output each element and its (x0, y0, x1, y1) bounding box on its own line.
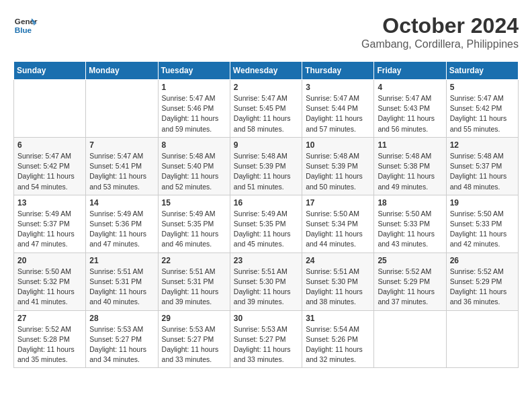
day-number: 6 (17, 140, 82, 150)
day-number: 10 (306, 140, 370, 150)
calendar-cell: 4Sunrise: 5:47 AM Sunset: 5:43 PM Daylig… (374, 80, 446, 138)
day-info: Sunrise: 5:53 AM Sunset: 5:27 PM Dayligh… (162, 324, 226, 365)
weekday-header: Tuesday (158, 62, 230, 80)
calendar-cell: 31Sunrise: 5:54 AM Sunset: 5:26 PM Dayli… (302, 310, 374, 368)
calendar-cell: 6Sunrise: 5:47 AM Sunset: 5:42 PM Daylig… (14, 137, 86, 195)
calendar-cell: 13Sunrise: 5:49 AM Sunset: 5:37 PM Dayli… (14, 195, 86, 253)
calendar-cell: 25Sunrise: 5:52 AM Sunset: 5:29 PM Dayli… (374, 253, 446, 310)
calendar-cell: 17Sunrise: 5:50 AM Sunset: 5:34 PM Dayli… (302, 195, 374, 253)
day-number: 25 (378, 256, 442, 265)
day-info: Sunrise: 5:48 AM Sunset: 5:39 PM Dayligh… (234, 151, 298, 192)
calendar-cell: 23Sunrise: 5:51 AM Sunset: 5:30 PM Dayli… (230, 253, 302, 310)
calendar-cell: 10Sunrise: 5:48 AM Sunset: 5:39 PM Dayli… (302, 137, 374, 195)
day-number: 20 (17, 256, 82, 265)
calendar-cell: 5Sunrise: 5:47 AM Sunset: 5:42 PM Daylig… (446, 80, 518, 138)
calendar-cell (86, 80, 158, 138)
day-info: Sunrise: 5:52 AM Sunset: 5:29 PM Dayligh… (450, 267, 515, 308)
weekday-header: Friday (374, 62, 446, 80)
day-number: 8 (162, 140, 226, 150)
calendar-week-row: 27Sunrise: 5:52 AM Sunset: 5:28 PM Dayli… (14, 310, 519, 368)
day-info: Sunrise: 5:51 AM Sunset: 5:30 PM Dayligh… (306, 267, 370, 308)
calendar-cell: 16Sunrise: 5:49 AM Sunset: 5:35 PM Dayli… (230, 195, 302, 253)
calendar-header-row: SundayMondayTuesdayWednesdayThursdayFrid… (14, 62, 519, 80)
location-title: Gambang, Cordillera, Philippines (361, 38, 519, 50)
day-number: 26 (450, 256, 515, 265)
day-info: Sunrise: 5:51 AM Sunset: 5:30 PM Dayligh… (234, 267, 298, 308)
day-info: Sunrise: 5:52 AM Sunset: 5:28 PM Dayligh… (17, 324, 82, 365)
calendar-cell: 1Sunrise: 5:47 AM Sunset: 5:46 PM Daylig… (158, 80, 230, 138)
day-number: 29 (162, 314, 226, 323)
day-info: Sunrise: 5:49 AM Sunset: 5:35 PM Dayligh… (234, 209, 298, 250)
weekday-header: Monday (86, 62, 158, 80)
calendar-cell (14, 80, 86, 138)
calendar-cell: 18Sunrise: 5:50 AM Sunset: 5:33 PM Dayli… (374, 195, 446, 253)
weekday-header: Thursday (302, 62, 374, 80)
logo: General Blue (13, 13, 38, 38)
day-info: Sunrise: 5:47 AM Sunset: 5:44 PM Dayligh… (306, 93, 370, 134)
calendar-cell: 12Sunrise: 5:48 AM Sunset: 5:37 PM Dayli… (446, 137, 518, 195)
day-number: 14 (89, 198, 154, 208)
calendar-cell: 9Sunrise: 5:48 AM Sunset: 5:39 PM Daylig… (230, 137, 302, 195)
day-info: Sunrise: 5:47 AM Sunset: 5:43 PM Dayligh… (378, 93, 442, 134)
weekday-header: Saturday (446, 62, 518, 80)
calendar-cell: 22Sunrise: 5:51 AM Sunset: 5:31 PM Dayli… (158, 253, 230, 310)
header: General Blue October 2024 Gambang, Cordi… (13, 13, 519, 50)
day-number: 24 (306, 256, 370, 265)
day-info: Sunrise: 5:54 AM Sunset: 5:26 PM Dayligh… (306, 324, 370, 365)
svg-text:Blue: Blue (15, 26, 32, 34)
weekday-header: Sunday (14, 62, 86, 80)
day-info: Sunrise: 5:47 AM Sunset: 5:45 PM Dayligh… (234, 93, 298, 134)
day-info: Sunrise: 5:48 AM Sunset: 5:37 PM Dayligh… (450, 151, 515, 192)
day-info: Sunrise: 5:47 AM Sunset: 5:46 PM Dayligh… (162, 93, 226, 134)
calendar-cell: 28Sunrise: 5:53 AM Sunset: 5:27 PM Dayli… (86, 310, 158, 368)
logo-icon: General Blue (13, 13, 38, 38)
day-number: 4 (378, 83, 442, 92)
day-number: 5 (450, 83, 515, 92)
day-number: 18 (378, 198, 442, 208)
day-number: 11 (378, 140, 442, 150)
weekday-header: Wednesday (230, 62, 302, 80)
day-info: Sunrise: 5:48 AM Sunset: 5:39 PM Dayligh… (306, 151, 370, 192)
day-info: Sunrise: 5:50 AM Sunset: 5:33 PM Dayligh… (378, 209, 442, 250)
day-number: 15 (162, 198, 226, 208)
day-info: Sunrise: 5:47 AM Sunset: 5:41 PM Dayligh… (89, 151, 154, 192)
day-info: Sunrise: 5:48 AM Sunset: 5:38 PM Dayligh… (378, 151, 442, 192)
calendar-cell: 29Sunrise: 5:53 AM Sunset: 5:27 PM Dayli… (158, 310, 230, 368)
day-number: 1 (162, 83, 226, 92)
calendar-cell: 7Sunrise: 5:47 AM Sunset: 5:41 PM Daylig… (86, 137, 158, 195)
calendar-cell: 21Sunrise: 5:51 AM Sunset: 5:31 PM Dayli… (86, 253, 158, 310)
day-info: Sunrise: 5:50 AM Sunset: 5:33 PM Dayligh… (450, 209, 515, 250)
day-number: 17 (306, 198, 370, 208)
day-info: Sunrise: 5:53 AM Sunset: 5:27 PM Dayligh… (89, 324, 154, 365)
day-number: 12 (450, 140, 515, 150)
day-info: Sunrise: 5:53 AM Sunset: 5:27 PM Dayligh… (234, 324, 298, 365)
calendar-cell (446, 310, 518, 368)
day-info: Sunrise: 5:47 AM Sunset: 5:42 PM Dayligh… (450, 93, 515, 134)
day-info: Sunrise: 5:49 AM Sunset: 5:37 PM Dayligh… (17, 209, 82, 250)
day-number: 9 (234, 140, 298, 150)
calendar-cell: 14Sunrise: 5:49 AM Sunset: 5:36 PM Dayli… (86, 195, 158, 253)
calendar-cell: 24Sunrise: 5:51 AM Sunset: 5:30 PM Dayli… (302, 253, 374, 310)
calendar-cell: 30Sunrise: 5:53 AM Sunset: 5:27 PM Dayli… (230, 310, 302, 368)
day-info: Sunrise: 5:49 AM Sunset: 5:36 PM Dayligh… (89, 209, 154, 250)
day-number: 23 (234, 256, 298, 265)
day-number: 30 (234, 314, 298, 323)
day-number: 28 (89, 314, 154, 323)
calendar-cell: 19Sunrise: 5:50 AM Sunset: 5:33 PM Dayli… (446, 195, 518, 253)
calendar-cell: 2Sunrise: 5:47 AM Sunset: 5:45 PM Daylig… (230, 80, 302, 138)
calendar-week-row: 1Sunrise: 5:47 AM Sunset: 5:46 PM Daylig… (14, 80, 519, 138)
day-number: 21 (89, 256, 154, 265)
day-number: 16 (234, 198, 298, 208)
day-number: 27 (17, 314, 82, 323)
day-number: 3 (306, 83, 370, 92)
day-info: Sunrise: 5:48 AM Sunset: 5:40 PM Dayligh… (162, 151, 226, 192)
day-info: Sunrise: 5:49 AM Sunset: 5:35 PM Dayligh… (162, 209, 226, 250)
day-info: Sunrise: 5:50 AM Sunset: 5:32 PM Dayligh… (17, 267, 82, 308)
day-number: 13 (17, 198, 82, 208)
calendar-cell: 27Sunrise: 5:52 AM Sunset: 5:28 PM Dayli… (14, 310, 86, 368)
calendar-week-row: 6Sunrise: 5:47 AM Sunset: 5:42 PM Daylig… (14, 137, 519, 195)
calendar-cell: 8Sunrise: 5:48 AM Sunset: 5:40 PM Daylig… (158, 137, 230, 195)
day-number: 7 (89, 140, 154, 150)
calendar-cell: 26Sunrise: 5:52 AM Sunset: 5:29 PM Dayli… (446, 253, 518, 310)
day-number: 2 (234, 83, 298, 92)
